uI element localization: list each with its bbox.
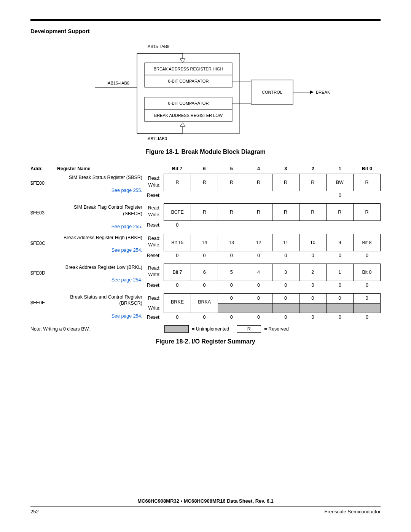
hdr-bit: 2 bbox=[299, 166, 326, 171]
reset-value bbox=[272, 222, 299, 228]
bit-cell: 0 bbox=[299, 294, 327, 303]
bit-cell: 6 bbox=[191, 264, 218, 281]
bit-cell: Bit 7 bbox=[164, 264, 191, 281]
reset-value bbox=[245, 193, 272, 198]
reset-value: 0 bbox=[245, 315, 272, 320]
label-write: Write: bbox=[145, 242, 161, 249]
bit-cell: 0 bbox=[327, 294, 354, 303]
bit-cell: 9 bbox=[327, 234, 354, 251]
legend-unimpl-text: = Unimplemented bbox=[192, 326, 229, 332]
reg-name: Break Address Register High (BRKH)See pa… bbox=[57, 234, 145, 260]
bit-cell: R bbox=[354, 174, 381, 191]
reg-name: SIM Break Status Register (SBSR)See page… bbox=[57, 174, 145, 200]
reset-value bbox=[299, 193, 326, 198]
bit-cell: R bbox=[164, 174, 191, 191]
reg-addr: $FE0D bbox=[30, 264, 57, 289]
legend-reserved-box: R bbox=[237, 325, 261, 333]
hdr-name: Register Name bbox=[57, 166, 145, 171]
register-block: $FE03SIM Break Flag Control Register (SB… bbox=[30, 203, 381, 230]
hdr-bits: Bit 7654321Bit 0 bbox=[164, 166, 381, 171]
bit-cell: 11 bbox=[272, 234, 299, 251]
reset-value: 0 bbox=[218, 315, 245, 320]
bit-cell: Bit 8 bbox=[354, 234, 381, 251]
register-block: $FE0DBreak Address Register Low (BRKL)Se… bbox=[30, 264, 381, 289]
reset-value bbox=[272, 193, 299, 198]
reg-addr: $FE0E bbox=[30, 293, 57, 321]
reg-see-page-link[interactable]: See page 255. bbox=[112, 188, 142, 193]
label-reset: Reset: bbox=[145, 222, 164, 228]
reset-value bbox=[299, 222, 326, 228]
reg-see-page-link[interactable]: See page 254. bbox=[112, 313, 142, 319]
reg-name: Break Address Register Low (BRKL)See pag… bbox=[57, 264, 145, 289]
diag-break-label: BREAK bbox=[316, 90, 330, 94]
bit-cell: 10 bbox=[299, 234, 327, 251]
label-read: Read: bbox=[145, 293, 164, 303]
bit-cell bbox=[272, 304, 299, 313]
reset-value: 0 bbox=[327, 193, 354, 198]
bit-cell: R bbox=[245, 174, 272, 191]
bit-cell: 1 bbox=[327, 264, 354, 281]
svg-marker-16 bbox=[310, 90, 314, 94]
register-table: Addr. Register Name Bit 7654321Bit 0 $FE… bbox=[30, 166, 381, 333]
reset-value: 0 bbox=[191, 283, 218, 288]
bit-cell bbox=[327, 304, 354, 313]
bit-cell: 0 bbox=[272, 294, 299, 303]
bit-cell: BW bbox=[327, 174, 354, 191]
reg-name: Break Status and Control Register (BRKSC… bbox=[57, 293, 145, 321]
label-read: Read: bbox=[145, 175, 161, 182]
reset-value bbox=[164, 193, 191, 198]
label-reset: Reset: bbox=[145, 283, 164, 288]
reset-value: 0 bbox=[272, 253, 299, 258]
reset-value: 0 bbox=[272, 315, 299, 320]
legend-reserved-text: = Reserved bbox=[264, 326, 288, 332]
reg-addr: $FE00 bbox=[30, 174, 57, 200]
reset-value bbox=[218, 222, 245, 228]
bit-cell: 14 bbox=[191, 234, 218, 251]
bit-cell: R bbox=[218, 174, 245, 191]
reset-value: 0 bbox=[164, 315, 191, 320]
reset-value: 0 bbox=[218, 283, 245, 288]
bit-cell: 2 bbox=[299, 264, 327, 281]
reset-value: 0 bbox=[191, 253, 218, 258]
register-block: $FE0EBreak Status and Control Register (… bbox=[30, 293, 381, 321]
table-header-row: Addr. Register Name Bit 7654321Bit 0 bbox=[30, 166, 381, 171]
bit-cell: R bbox=[272, 174, 299, 191]
reg-see-page-link[interactable]: See page 254. bbox=[112, 248, 142, 253]
reset-value: 0 bbox=[354, 315, 381, 320]
reset-value bbox=[327, 222, 354, 228]
reg-see-page-link[interactable]: See page 254. bbox=[112, 277, 142, 283]
reg-name: SIM Break Flag Control Register (SBFCR)S… bbox=[57, 203, 145, 230]
bit-cell: R bbox=[299, 204, 327, 220]
bit-cell: 0 bbox=[354, 294, 381, 303]
bit-cell: 3 bbox=[272, 264, 299, 281]
register-block: $FE0CBreak Address Register High (BRKH)S… bbox=[30, 234, 381, 260]
footer-company: Freescale Semiconductor bbox=[325, 509, 381, 514]
diag-box1: BREAK ADDRESS REGISTER HIGH bbox=[154, 67, 223, 71]
label-read: Read: bbox=[145, 235, 161, 242]
reset-value: 0 bbox=[327, 315, 354, 320]
label-write: Write: bbox=[145, 182, 161, 189]
bit-cell: R bbox=[327, 204, 354, 220]
bit-cell: 13 bbox=[218, 234, 245, 251]
bit-cell: BRKE bbox=[164, 294, 191, 311]
bit-cell bbox=[299, 304, 327, 313]
bit-cell: R bbox=[218, 204, 245, 220]
reg-addr: $FE03 bbox=[30, 203, 57, 230]
bit-cell: Bit 0 bbox=[354, 264, 381, 281]
bit-cell: R bbox=[191, 204, 218, 220]
reset-value: 0 bbox=[164, 283, 191, 288]
reg-see-page-link[interactable]: See page 255. bbox=[112, 224, 142, 229]
label-write: Write: bbox=[145, 212, 161, 219]
bit-cell: 4 bbox=[245, 264, 272, 281]
bit-cell: R bbox=[272, 204, 299, 220]
reset-value: 0 bbox=[272, 283, 299, 288]
figure1-caption: Figure 18-1. Break Module Block Diagram bbox=[30, 149, 381, 155]
hdr-addr: Addr. bbox=[30, 166, 57, 171]
reset-value bbox=[218, 193, 245, 198]
bit-cell bbox=[354, 304, 381, 313]
label-write: Write: bbox=[145, 272, 161, 278]
bit-cell bbox=[218, 304, 245, 313]
page: Development Support IAB15–IAB0 IAB15–IAB… bbox=[0, 0, 411, 532]
diag-left-bus-label: IAB15–IAB0 bbox=[107, 81, 129, 85]
diag-top-bus-label: IAB15–IAB8 bbox=[147, 44, 169, 49]
